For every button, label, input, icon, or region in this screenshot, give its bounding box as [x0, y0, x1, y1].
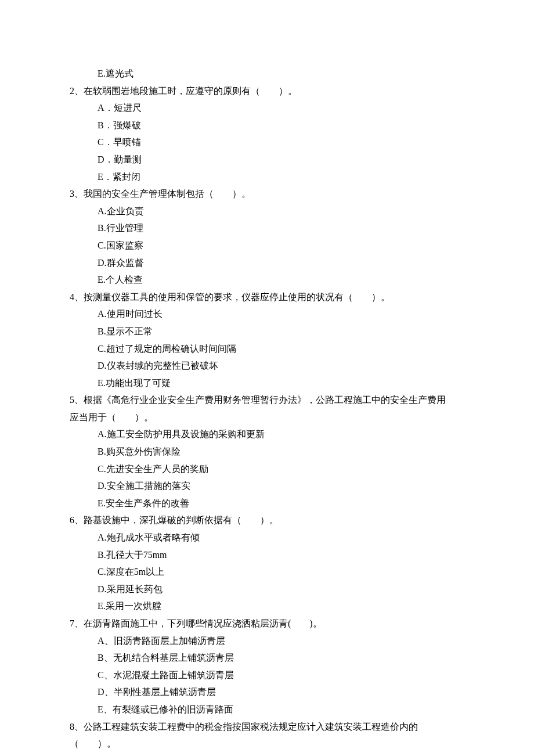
- q2-option-b: B．强爆破: [70, 117, 464, 134]
- q6-stem: 6、路基设施中，深孔爆破的判断依据有（ ）。: [70, 512, 464, 529]
- q4-option-d: D.仪表封缄的完整性已被破坏: [70, 357, 464, 375]
- q8-stem-line1: 8、公路工程建筑安装工程费中的税金指按国家税法规定应计入建筑安装工程造价内的: [70, 718, 464, 736]
- q3-option-c: C.国家监察: [70, 237, 464, 254]
- q7-stem: 7、在沥青路面施工中，下列哪些情况应浇洒粘层沥青( )。: [70, 615, 464, 632]
- q5-option-d: D.安全施工措施的落实: [70, 477, 464, 495]
- q7-option-a: A、旧沥青路面层上加铺沥青层: [70, 632, 464, 650]
- q5-option-e: E.安全生产条件的改善: [70, 495, 464, 512]
- q2-stem: 2、在软弱围岩地段施工时，应遵守的原则有（ ）。: [70, 82, 464, 100]
- q5-stem-line2: 应当用于（ ）。: [70, 409, 464, 426]
- q3-option-d: D.群众监督: [70, 254, 464, 272]
- q8-option-a: A.征地税: [70, 753, 464, 756]
- q7-option-c: C、水泥混凝土路面上铺筑沥青层: [70, 667, 464, 684]
- q-prior-option-e: E.遮光式: [70, 65, 464, 82]
- q3-option-b: B.行业管理: [70, 219, 464, 237]
- q3-option-a: A.企业负责: [70, 203, 464, 220]
- q5-option-a: A.施工安全防护用具及设施的采购和更新: [70, 426, 464, 443]
- q4-option-c: C.超过了规定的周检确认时间间隔: [70, 340, 464, 358]
- q2-option-c: C．早喷锚: [70, 134, 464, 151]
- q4-option-b: B.显示不正常: [70, 323, 464, 340]
- q5-option-c: C.先进安全生产人员的奖励: [70, 460, 464, 478]
- q3-stem: 3、我国的安全生产管理体制包括（ ）。: [70, 185, 464, 203]
- q4-option-e: E.功能出现了可疑: [70, 375, 464, 392]
- q2-option-a: A．短进尺: [70, 99, 464, 117]
- q4-option-a: A.使用时间过长: [70, 305, 464, 323]
- q3-option-e: E.个人检查: [70, 271, 464, 289]
- q8-stem-line2: （ ）。: [70, 735, 464, 753]
- q7-option-e: E、有裂缝或已修补的旧沥青路面: [70, 701, 464, 718]
- q6-option-e: E.采用一次烘膛: [70, 597, 464, 615]
- q5-option-b: B.购买意外伤害保险: [70, 443, 464, 460]
- q5-stem-line1: 5、根据《高危行业企业安全生产费用财务管理暂行办法》，公路工程施工中的安全生产费…: [70, 391, 464, 409]
- q6-option-c: C.深度在5m以上: [70, 563, 464, 581]
- q7-option-b: B、无机结合料基层上铺筑沥青层: [70, 649, 464, 667]
- q2-option-e: E．紧封闭: [70, 168, 464, 186]
- q7-option-d: D、半刚性基层上铺筑沥青层: [70, 683, 464, 701]
- q6-option-d: D.采用延长药包: [70, 581, 464, 598]
- q6-option-a: A.炮孔成水平或者略有倾: [70, 529, 464, 546]
- q4-stem: 4、按测量仪器工具的使用和保管的要求，仪器应停止使用的状况有（ ）。: [70, 289, 464, 306]
- q6-option-b: B.孔径大于75mm: [70, 546, 464, 564]
- document-page: E.遮光式 2、在软弱围岩地段施工时，应遵守的原则有（ ）。 A．短进尺 B．强…: [0, 0, 534, 756]
- q2-option-d: D．勤量测: [70, 151, 464, 168]
